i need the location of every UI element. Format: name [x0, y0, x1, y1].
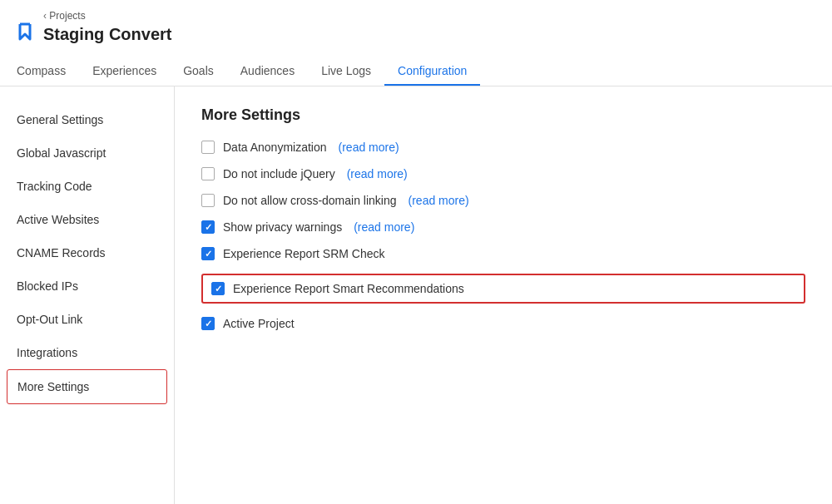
setting-item-privacy-warnings: Show privacy warnings(read more)	[201, 220, 805, 234]
header: ‹ Projects Staging Convert CompassExperi…	[0, 0, 832, 86]
main-nav: CompassExperiencesGoalsAudiencesLive Log…	[17, 57, 815, 86]
main-layout: General SettingsGlobal JavascriptTrackin…	[0, 86, 832, 504]
setting-label-no-cross-domain: Do not allow cross-domain linking	[223, 194, 397, 207]
nav-tab-experiences[interactable]: Experiences	[79, 57, 170, 86]
setting-label-privacy-warnings: Show privacy warnings	[223, 220, 342, 234]
setting-item-data-anonymization: Data Anonymization(read more)	[201, 141, 805, 154]
checkbox-no-jquery[interactable]	[201, 167, 215, 180]
chevron-left-icon: ‹	[43, 10, 47, 22]
setting-label-no-jquery: Do not include jQuery	[223, 167, 335, 180]
sidebar-item-opt-out-link[interactable]: Opt-Out Link	[0, 303, 174, 336]
nav-tab-compass[interactable]: Compass	[17, 57, 79, 86]
sidebar: General SettingsGlobal JavascriptTrackin…	[0, 86, 175, 504]
main-content: More Settings Data Anonymization(read mo…	[175, 86, 832, 504]
app-logo	[17, 21, 37, 44]
breadcrumb: ‹ Projects	[43, 10, 171, 22]
sidebar-item-general-settings[interactable]: General Settings	[0, 103, 174, 136]
setting-item-no-jquery: Do not include jQuery(read more)	[201, 167, 805, 180]
setting-item-srm-check: Experience Report SRM Check	[201, 247, 805, 260]
sidebar-item-global-javascript[interactable]: Global Javascript	[0, 136, 174, 170]
setting-item-no-cross-domain: Do not allow cross-domain linking(read m…	[201, 194, 805, 207]
nav-tab-goals[interactable]: Goals	[170, 57, 227, 86]
sidebar-item-blocked-ips[interactable]: Blocked IPs	[0, 269, 174, 303]
nav-tab-live-logs[interactable]: Live Logs	[308, 57, 384, 86]
read-more-link-no-jquery[interactable]: (read more)	[347, 167, 408, 180]
nav-tab-configuration[interactable]: Configuration	[384, 57, 480, 86]
sidebar-item-active-websites[interactable]: Active Websites	[0, 203, 174, 236]
sidebar-item-more-settings[interactable]: More Settings	[7, 369, 167, 404]
sidebar-item-tracking-code[interactable]: Tracking Code	[0, 170, 174, 203]
setting-item-active-project: Active Project	[201, 317, 805, 330]
section-title: More Settings	[201, 106, 805, 124]
read-more-link-data-anonymization[interactable]: (read more)	[339, 141, 399, 154]
setting-label-srm-check: Experience Report SRM Check	[223, 247, 385, 260]
sidebar-item-integrations[interactable]: Integrations	[0, 336, 174, 369]
project-title: Staging Convert	[43, 25, 171, 44]
logo: ‹ Projects Staging Convert	[17, 10, 815, 54]
setting-label-active-project: Active Project	[223, 317, 295, 330]
checkbox-privacy-warnings[interactable]	[201, 220, 215, 234]
setting-label-data-anonymization: Data Anonymization	[223, 141, 327, 154]
setting-item-smart-recommendations: Experience Report Smart Recommendations	[201, 274, 805, 304]
checkbox-active-project[interactable]	[201, 317, 215, 330]
breadcrumb-parent-link[interactable]: Projects	[49, 10, 85, 22]
checkbox-smart-recommendations[interactable]	[211, 282, 225, 295]
read-more-link-privacy-warnings[interactable]: (read more)	[354, 220, 414, 234]
read-more-link-no-cross-domain[interactable]: (read more)	[409, 194, 469, 207]
checkbox-data-anonymization[interactable]	[201, 141, 215, 154]
checkbox-srm-check[interactable]	[201, 247, 215, 260]
settings-list: Data Anonymization(read more)Do not incl…	[201, 141, 805, 330]
nav-tab-audiences[interactable]: Audiences	[227, 57, 308, 86]
checkbox-no-cross-domain[interactable]	[201, 194, 215, 207]
sidebar-item-cname-records[interactable]: CNAME Records	[0, 236, 174, 269]
setting-label-smart-recommendations: Experience Report Smart Recommendations	[233, 282, 464, 295]
